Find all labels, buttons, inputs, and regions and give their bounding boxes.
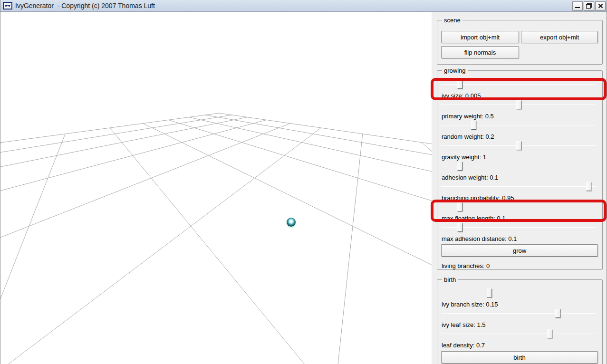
birth-legend: birth	[442, 276, 458, 283]
app-icon	[3, 2, 12, 10]
slider-random-weight[interactable]	[441, 121, 596, 130]
ivy-seed-sphere	[287, 218, 296, 227]
slider-track[interactable]	[441, 227, 596, 228]
control-panel: scene import obj+mlt export obj+mlt flip…	[432, 12, 607, 364]
slider-track[interactable]	[441, 125, 596, 125]
slider-gravity-weight[interactable]	[441, 141, 596, 151]
slider-thumb[interactable]	[471, 121, 476, 130]
window-controls	[572, 1, 606, 10]
flip-normals-button[interactable]: flip normals	[441, 46, 519, 58]
ground-grid	[0, 12, 432, 364]
living-branches-status: living branches: 0	[442, 262, 490, 269]
restore-button[interactable]	[584, 1, 594, 10]
slider-value-label: primary weight: 0.5	[442, 113, 494, 120]
scene-legend: scene	[442, 17, 462, 24]
slider-thumb[interactable]	[555, 309, 560, 318]
slider-value-label: branching probability: 0.95	[442, 194, 514, 201]
import-obj-mlt-button[interactable]: import obj+mlt	[441, 31, 519, 43]
slider-value-label: leaf density: 0.7	[442, 342, 485, 349]
slider-track[interactable]	[441, 166, 596, 166]
close-icon	[598, 3, 603, 9]
3d-viewport[interactable]	[0, 12, 432, 364]
slider-thumb[interactable]	[457, 80, 462, 89]
slider-track[interactable]	[441, 334, 596, 334]
slider-thumb[interactable]	[457, 162, 462, 171]
slider-value-label: adhesion weight: 0.1	[442, 174, 498, 181]
minimize-icon	[575, 7, 580, 8]
slider-thumb[interactable]	[457, 202, 462, 211]
slider-track[interactable]	[441, 313, 596, 314]
slider-track[interactable]	[441, 186, 596, 187]
restore-icon	[586, 3, 592, 9]
slider-max-floating-length[interactable]	[441, 202, 596, 212]
slider-value-label: gravity weight: 1	[442, 153, 486, 161]
slider-thumb[interactable]	[457, 223, 462, 232]
slider-max-adhesion-distance[interactable]	[441, 223, 596, 232]
slider-branching-probability[interactable]	[441, 182, 596, 192]
minimize-button[interactable]	[572, 1, 583, 10]
growing-legend: growing	[442, 67, 468, 74]
slider-value-label: max adhesion distance: 0.1	[442, 235, 517, 242]
slider-value-label: ivy size: 0.005	[442, 92, 481, 99]
slider-adhesion-weight[interactable]	[441, 162, 596, 171]
slider-ivy-leaf-size[interactable]	[441, 309, 596, 318]
slider-track[interactable]	[441, 293, 596, 293]
app-window: IvyGenerator - Copyright (c) 2007 Thomas…	[0, 0, 607, 364]
slider-value-label: random weight: 0.2	[442, 133, 494, 140]
slider-primary-weight[interactable]	[441, 100, 596, 110]
slider-thumb[interactable]	[516, 141, 521, 150]
slider-value-label: ivy leaf size: 1.5	[442, 321, 486, 328]
export-obj-mlt-button[interactable]: export obj+mlt	[521, 31, 598, 43]
slider-thumb[interactable]	[516, 100, 521, 109]
window-title: IvyGenerator - Copyright (c) 2007 Thomas…	[15, 0, 155, 12]
slider-track[interactable]	[441, 207, 596, 207]
title-bar[interactable]: IvyGenerator - Copyright (c) 2007 Thomas…	[0, 0, 607, 12]
slider-thumb[interactable]	[586, 182, 591, 191]
birth-button[interactable]: birth	[441, 351, 598, 364]
slider-thumb[interactable]	[487, 288, 492, 297]
slider-value-label: ivy branch size: 0.15	[442, 301, 498, 308]
close-button[interactable]	[595, 1, 606, 10]
slider-track[interactable]	[441, 84, 596, 85]
grow-button[interactable]: grow	[441, 244, 598, 257]
slider-ivy-branch-size[interactable]	[441, 288, 596, 298]
slider-thumb[interactable]	[547, 329, 552, 338]
slider-leaf-density[interactable]	[441, 329, 596, 339]
slider-ivy-size[interactable]	[441, 80, 596, 89]
slider-value-label: max floating length: 0.1	[442, 215, 505, 222]
